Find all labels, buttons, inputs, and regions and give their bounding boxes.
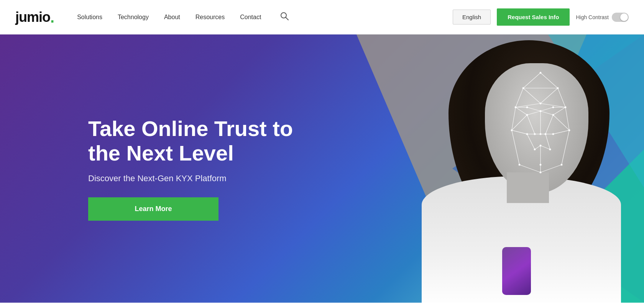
high-contrast-label: High Contrast	[576, 14, 609, 20]
svg-point-50	[515, 106, 517, 108]
svg-line-44	[553, 115, 569, 130]
svg-point-66	[549, 149, 551, 151]
svg-line-23	[527, 115, 535, 134]
search-icon[interactable]	[280, 12, 289, 23]
high-contrast-toggle-wrap: High Contrast	[576, 13, 629, 22]
svg-point-70	[561, 164, 563, 166]
hero-photo-area	[299, 34, 644, 303]
logo[interactable]: jumio.	[15, 9, 54, 25]
svg-point-65	[534, 149, 536, 151]
svg-point-64	[552, 133, 554, 135]
language-button[interactable]: English	[453, 10, 491, 25]
high-contrast-toggle[interactable]	[612, 13, 629, 22]
svg-point-58	[534, 133, 536, 135]
woman-figure	[314, 34, 644, 303]
svg-line-34	[545, 134, 550, 149]
svg-line-11	[516, 103, 540, 107]
learn-more-button[interactable]: Learn More	[88, 197, 219, 221]
svg-line-35	[535, 146, 540, 149]
navigation: jumio. Solutions Technology About Resour…	[0, 0, 644, 34]
face-mesh-overlay	[489, 65, 592, 203]
svg-point-59	[545, 133, 547, 135]
svg-line-38	[512, 130, 519, 165]
svg-line-13	[523, 88, 540, 103]
svg-line-10	[558, 88, 565, 107]
hero-title: Take Online Trust to the Next Level	[88, 116, 303, 166]
svg-line-9	[516, 88, 523, 107]
svg-line-15	[516, 107, 527, 115]
svg-point-55	[540, 110, 542, 112]
svg-point-62	[568, 129, 570, 131]
logo-dot: .	[50, 10, 54, 25]
svg-point-63	[526, 133, 528, 135]
nav-solutions[interactable]: Solutions	[77, 14, 102, 21]
svg-line-14	[540, 88, 558, 103]
svg-line-40	[519, 165, 540, 172]
svg-point-54	[552, 114, 554, 116]
svg-point-47	[540, 72, 542, 74]
svg-point-60	[540, 133, 542, 135]
svg-line-19	[553, 107, 565, 115]
svg-point-53	[526, 114, 528, 116]
svg-line-1	[286, 17, 289, 20]
svg-point-71	[540, 172, 542, 174]
hero-content: Take Online Trust to the Next Level Disc…	[88, 116, 303, 221]
svg-line-7	[540, 73, 558, 88]
svg-line-20	[540, 111, 553, 115]
svg-point-52	[540, 103, 542, 105]
svg-line-21	[540, 107, 553, 111]
svg-line-39	[562, 130, 569, 165]
nav-technology[interactable]: Technology	[118, 14, 149, 21]
svg-point-69	[519, 164, 521, 166]
svg-point-67	[540, 145, 542, 147]
svg-line-36	[540, 146, 550, 149]
svg-point-56	[526, 106, 528, 108]
nav-links: Solutions Technology About Resources Con…	[77, 12, 453, 23]
hero-subtitle: Discover the Next-Gen KYX Platform	[88, 174, 303, 183]
hero-section: Take Online Trust to the Next Level Disc…	[0, 34, 644, 303]
svg-line-24	[545, 115, 553, 134]
svg-line-16	[527, 111, 540, 115]
svg-line-41	[540, 165, 562, 172]
nav-resources[interactable]: Resources	[196, 14, 225, 21]
woman-phone	[502, 247, 531, 295]
svg-point-68	[540, 164, 542, 166]
svg-point-49	[557, 87, 559, 89]
svg-point-51	[565, 106, 567, 108]
svg-point-48	[522, 87, 524, 89]
request-sales-button[interactable]: Request Sales Info	[497, 8, 570, 26]
svg-line-30	[565, 107, 569, 130]
svg-point-61	[511, 129, 513, 131]
svg-point-57	[552, 106, 554, 108]
svg-line-46	[553, 130, 569, 134]
svg-line-45	[512, 130, 527, 134]
svg-line-33	[527, 134, 535, 149]
nav-contact[interactable]: Contact	[240, 14, 261, 21]
svg-line-17	[527, 107, 540, 111]
nav-about[interactable]: About	[164, 14, 180, 21]
svg-line-6	[523, 73, 540, 88]
nav-right: English Request Sales Info High Contrast	[453, 8, 629, 26]
logo-text: jumio	[15, 9, 50, 25]
